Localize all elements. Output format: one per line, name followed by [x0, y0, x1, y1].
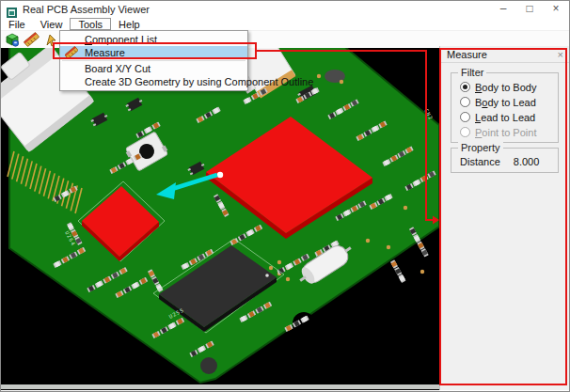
select-cursor-icon [43, 32, 59, 47]
minimize-button[interactable]: – [490, 1, 516, 18]
property-group-label: Property [458, 142, 503, 153]
tools-menu: Component List Measure Board X/Y Cut [59, 30, 248, 91]
menu-bar: File View Tools Help [1, 18, 569, 31]
app-window: Real PCB Assembly Viewer – □ × File View… [0, 0, 570, 392]
radio-point-to-point[interactable]: Point to Point [460, 126, 536, 138]
property-group: Property Distance 8.000 [451, 148, 559, 173]
filter-group: Filter Body to Body Body to Lead Lead to… [451, 72, 559, 143]
pin1-marker [217, 172, 223, 178]
menu-item-component-list[interactable]: Component List [60, 33, 247, 46]
menu-separator [62, 60, 245, 61]
board-hole [200, 357, 217, 374]
measure-panel-title: Measure [447, 49, 487, 60]
title-bar: Real PCB Assembly Viewer – □ × [1, 1, 569, 18]
measure-panel: Measure × Filter Body to Body Body to Le… [439, 46, 570, 390]
radio-icon [460, 127, 470, 137]
window-title: Real PCB Assembly Viewer [23, 4, 150, 15]
radio-icon [460, 82, 470, 92]
menu-help[interactable]: Help [111, 18, 148, 30]
open-assembly-icon [4, 32, 20, 47]
app-icon [7, 5, 17, 15]
select-tool-button[interactable] [42, 32, 60, 48]
menu-item-create-3d-geometry[interactable]: Create 3D Geometry by using Component Ou… [60, 75, 247, 88]
maximize-button[interactable]: □ [516, 1, 543, 18]
radio-icon [460, 112, 470, 122]
viewport-bottom-edge [1, 384, 439, 389]
pcb-3d-viewport[interactable]: U264 U255 CN2 [1, 48, 439, 390]
panel-close-icon[interactable]: × [558, 46, 563, 63]
menu-tools[interactable]: Tools [70, 18, 111, 30]
measure-tool-button[interactable] [23, 32, 40, 48]
menu-item-board-xy-cut[interactable]: Board X/Y Cut [60, 62, 247, 75]
radio-body-to-body[interactable]: Body to Body [460, 81, 536, 93]
distance-label: Distance [460, 156, 500, 167]
menu-file[interactable]: File [1, 18, 33, 30]
open-assembly-button[interactable] [3, 32, 21, 48]
menu-view[interactable]: View [33, 18, 71, 30]
ruler-icon [65, 46, 80, 59]
filter-group-label: Filter [458, 67, 486, 78]
radio-icon [460, 97, 470, 107]
distance-value: 8.000 [514, 156, 540, 167]
close-button[interactable]: × [543, 1, 569, 18]
measure-ruler-icon [24, 32, 40, 47]
radio-lead-to-lead[interactable]: Lead to Lead [460, 111, 535, 123]
radio-body-to-lead[interactable]: Body to Lead [460, 96, 536, 108]
menu-item-measure[interactable]: Measure [60, 46, 247, 59]
